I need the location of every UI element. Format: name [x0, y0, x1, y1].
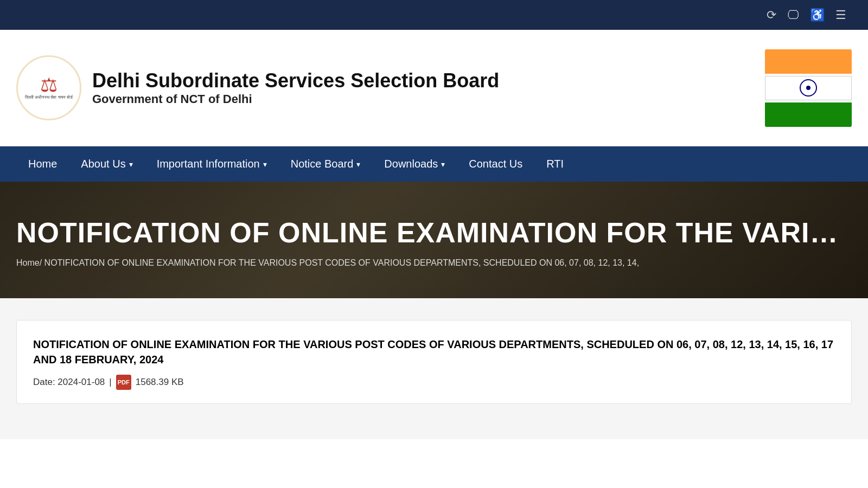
more-icon[interactable]: ☰: [835, 8, 846, 22]
nav-contact-us-label: Contact Us: [469, 158, 522, 170]
notification-meta: Date: 2024-01-08 | PDF 1568.39 KB: [33, 375, 835, 390]
notification-title: NOTIFICATION OF ONLINE EXAMINATION FOR T…: [33, 337, 835, 367]
nav-important-info[interactable]: Important Information ▾: [145, 146, 279, 182]
header: ⚖ दिल्ली अधीनस्थ सेवा चयन बोर्ड Delhi Su…: [0, 30, 868, 146]
flag-orange: [765, 49, 852, 74]
notification-file-size: 1568.39 KB: [136, 377, 184, 388]
hero-breadcrumb: Home/ NOTIFICATION OF ONLINE EXAMINATION…: [16, 258, 852, 268]
help-icon[interactable]: ⟳: [767, 8, 776, 22]
nav-notice-board-label: Notice Board: [291, 158, 354, 170]
nav-about-us[interactable]: About Us ▾: [69, 146, 144, 182]
nav-home-label: Home: [28, 158, 57, 170]
nav-notice-board[interactable]: Notice Board ▾: [279, 146, 373, 182]
logo-text: दिल्ली अधीनस्थ सेवा चयन बोर्ड: [25, 95, 73, 100]
logo: ⚖ दिल्ली अधीनस्थ सेवा चयन बोर्ड: [16, 55, 81, 120]
nav-downloads[interactable]: Downloads ▾: [372, 146, 457, 182]
header-left: ⚖ दिल्ली अधीनस्थ सेवा चयन बोर्ड Delhi Su…: [16, 55, 499, 120]
notification-card: NOTIFICATION OF ONLINE EXAMINATION FOR T…: [16, 320, 852, 404]
nav-downloads-label: Downloads: [384, 158, 438, 170]
ashoka-chakra: [800, 79, 817, 97]
nav-about-us-label: About Us: [81, 158, 125, 170]
flag-green: [765, 102, 852, 127]
org-name: Delhi Subordinate Services Selection Boa…: [92, 69, 499, 92]
pdf-icon[interactable]: PDF: [116, 375, 131, 390]
nav-downloads-arrow: ▾: [441, 160, 445, 169]
nav-rti[interactable]: RTI: [534, 146, 576, 182]
hero-title: NOTIFICATION OF ONLINE EXAMINATION FOR T…: [16, 217, 852, 248]
nav-important-info-label: Important Information: [157, 158, 260, 170]
nav-notice-board-arrow: ▾: [356, 160, 360, 169]
notification-date: Date: 2024-01-08: [33, 377, 105, 388]
scales-icon: ⚖: [40, 75, 58, 95]
notification-separator: |: [109, 377, 111, 388]
accessibility-icon[interactable]: ♿: [810, 8, 825, 22]
flag-container: [765, 49, 852, 127]
nav-rti-label: RTI: [546, 158, 564, 170]
gov-name: Government of NCT of Delhi: [92, 92, 499, 106]
content-area: NOTIFICATION OF ONLINE EXAMINATION FOR T…: [0, 298, 868, 439]
org-title: Delhi Subordinate Services Selection Boa…: [92, 69, 499, 106]
navbar: Home About Us ▾ Important Information ▾ …: [0, 146, 868, 182]
nav-home[interactable]: Home: [16, 146, 69, 182]
hero-banner: NOTIFICATION OF ONLINE EXAMINATION FOR T…: [0, 182, 868, 298]
top-bar: ⟳ 🖵 ♿ ☰: [0, 0, 868, 30]
nav-about-us-arrow: ▾: [129, 160, 133, 169]
nav-important-info-arrow: ▾: [263, 160, 267, 169]
nav-contact-us[interactable]: Contact Us: [457, 146, 534, 182]
flag-white: [765, 76, 852, 100]
screen-icon[interactable]: 🖵: [787, 8, 799, 22]
